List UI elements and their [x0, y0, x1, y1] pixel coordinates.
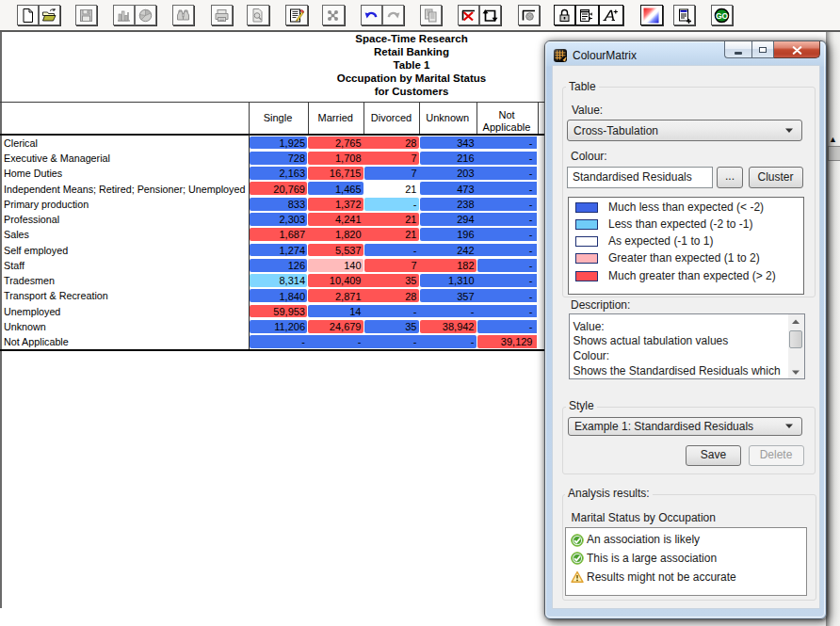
- svg-text:GO: GO: [716, 11, 729, 21]
